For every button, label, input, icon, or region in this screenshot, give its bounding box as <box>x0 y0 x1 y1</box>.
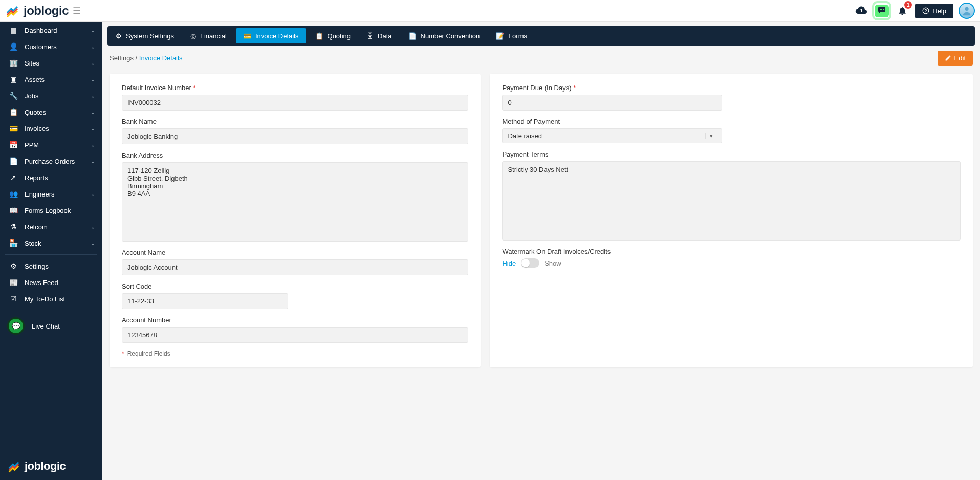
tab-number-convention[interactable]: 📄Number Convention <box>401 28 487 43</box>
footer-brand-text: joblogic <box>25 460 66 473</box>
sidebar-footer: joblogic <box>0 452 102 480</box>
pencil-icon <box>945 55 951 61</box>
svg-text:?: ? <box>925 9 927 13</box>
chevron-down-icon: ⌄ <box>91 191 95 198</box>
tab-forms[interactable]: 📝Forms <box>489 28 534 43</box>
payment-terms-textarea[interactable]: Strictly 30 Days Nett <box>502 161 961 241</box>
form-icon: 📝 <box>496 32 504 40</box>
field-method-of-payment: Method of Payment Date raised ▼ <box>502 118 961 143</box>
check-icon: ☑ <box>7 295 19 303</box>
sort-code-input[interactable] <box>122 293 288 309</box>
field-label: Account Name <box>122 249 468 256</box>
field-label: Default Invoice Number * <box>122 84 468 92</box>
menu-toggle-icon[interactable]: ☰ <box>73 5 81 16</box>
toggle-show-label: Show <box>545 259 561 267</box>
sidebar-label: Dashboard <box>25 27 91 34</box>
default-invoice-number-input[interactable] <box>122 95 468 111</box>
sidebar-item-assets[interactable]: ▣Assets⌄ <box>0 71 102 88</box>
sidebar-item-dashboard[interactable]: ▦Dashboard⌄ <box>0 22 102 38</box>
avatar[interactable] <box>959 3 975 19</box>
book-icon: 📖 <box>7 206 19 214</box>
sidebar-label: Jobs <box>25 92 91 100</box>
live-chat-row[interactable]: 💬 Live Chat <box>0 312 102 340</box>
people-icon: 👥 <box>7 190 19 198</box>
sidebar-item-stock[interactable]: 🏪Stock⌄ <box>0 235 102 251</box>
tab-system-settings[interactable]: ⚙System Settings <box>108 28 181 43</box>
chevron-down-icon: ⌄ <box>91 240 95 247</box>
breadcrumb-root[interactable]: Settings <box>110 54 134 62</box>
sidebar-item-customers[interactable]: 👤Customers⌄ <box>0 38 102 55</box>
field-label: Bank Address <box>122 151 468 159</box>
tab-invoice-details[interactable]: 💳Invoice Details <box>236 28 306 43</box>
chevron-down-icon: ⌄ <box>91 93 95 99</box>
sidebar-item-todo[interactable]: ☑My To-Do List <box>0 291 102 307</box>
clipboard-icon: 📋 <box>7 108 19 116</box>
chevron-down-icon: ⌄ <box>91 125 95 132</box>
chat-icon[interactable] <box>874 3 889 18</box>
store-icon: 🏪 <box>7 239 19 247</box>
method-of-payment-select[interactable]: Date raised ▼ <box>502 128 722 143</box>
bank-name-input[interactable] <box>122 128 468 144</box>
sidebar-label: News Feed <box>25 279 95 287</box>
flask-icon: ⚗ <box>7 223 19 231</box>
breadcrumb-current: Invoice Details <box>139 54 183 62</box>
sidebar-item-refcom[interactable]: ⚗Refcom⌄ <box>0 219 102 235</box>
settings-tab-bar: ⚙System Settings ◎Financial 💳Invoice Det… <box>107 26 975 46</box>
sidebar-item-settings[interactable]: ⚙Settings <box>0 258 102 274</box>
help-button[interactable]: ? Help <box>915 4 953 18</box>
sidebar-item-news-feed[interactable]: 📰News Feed <box>0 274 102 291</box>
sidebar-item-ppm[interactable]: 📅PPM⌄ <box>0 137 102 153</box>
field-sort-code: Sort Code <box>122 282 468 309</box>
tab-label: Forms <box>508 32 527 40</box>
calendar-icon: 📅 <box>7 141 19 149</box>
svg-point-1 <box>881 9 882 10</box>
caret-down-icon: ▼ <box>705 133 716 139</box>
help-label: Help <box>932 7 946 15</box>
watermark-toggle[interactable] <box>521 258 539 268</box>
field-label: Account Number <box>122 316 468 324</box>
required-asterisk: * <box>193 84 195 92</box>
sidebar-label: Refcom <box>25 223 91 231</box>
document-icon: 📄 <box>408 32 417 40</box>
panel-invoice-left: Default Invoice Number * Bank Name Bank … <box>110 74 481 367</box>
tab-financial[interactable]: ◎Financial <box>183 28 234 43</box>
tab-data[interactable]: 🗄Data <box>360 28 399 43</box>
tab-label: Invoice Details <box>255 32 299 40</box>
sidebar-label: My To-Do List <box>25 295 95 303</box>
notifications-icon[interactable]: 1 <box>895 3 910 18</box>
field-label: Bank Name <box>122 118 468 125</box>
field-label: Payment Due (In Days) * <box>502 84 961 92</box>
building-icon: 🏢 <box>7 59 19 67</box>
label-text: Payment Due (In Days) <box>502 84 571 92</box>
chevron-down-icon: ⌄ <box>91 43 95 50</box>
sidebar-label: Stock <box>25 239 91 247</box>
gear-icon: ⚙ <box>116 32 122 40</box>
payment-due-input[interactable] <box>502 95 722 111</box>
tab-quoting[interactable]: 📋Quoting <box>308 28 358 43</box>
account-number-input[interactable] <box>122 327 468 343</box>
field-account-name: Account Name <box>122 249 468 275</box>
sidebar-item-forms-logbook[interactable]: 📖Forms Logbook <box>0 202 102 219</box>
sidebar-divider <box>5 254 97 255</box>
sidebar-item-invoices[interactable]: 💳Invoices⌄ <box>0 120 102 137</box>
sidebar-label: Quotes <box>25 108 91 116</box>
field-account-number: Account Number <box>122 316 468 343</box>
sidebar-item-jobs[interactable]: 🔧Jobs⌄ <box>0 88 102 104</box>
edit-button[interactable]: Edit <box>938 51 973 66</box>
svg-point-5 <box>965 7 968 11</box>
sidebar-item-sites[interactable]: 🏢Sites⌄ <box>0 55 102 71</box>
sidebar-item-purchase-orders[interactable]: 📄Purchase Orders⌄ <box>0 153 102 169</box>
select-value: Date raised <box>508 132 541 140</box>
top-header: joblogic ☰ 1 ? Help <box>0 0 980 22</box>
bank-address-textarea[interactable]: 117-120 Zellig Gibb Street, Digbeth Birm… <box>122 162 468 242</box>
account-name-input[interactable] <box>122 259 468 275</box>
sync-icon[interactable] <box>854 3 869 18</box>
sidebar-item-reports[interactable]: ↗Reports <box>0 169 102 186</box>
gear-icon: ⚙ <box>7 262 19 270</box>
required-asterisk: * <box>122 350 124 357</box>
sidebar-item-engineers[interactable]: 👥Engineers⌄ <box>0 186 102 202</box>
export-icon: ↗ <box>7 173 19 182</box>
sidebar-item-quotes[interactable]: 📋Quotes⌄ <box>0 104 102 120</box>
news-icon: 📰 <box>7 278 19 287</box>
database-icon: 🗄 <box>367 32 374 40</box>
